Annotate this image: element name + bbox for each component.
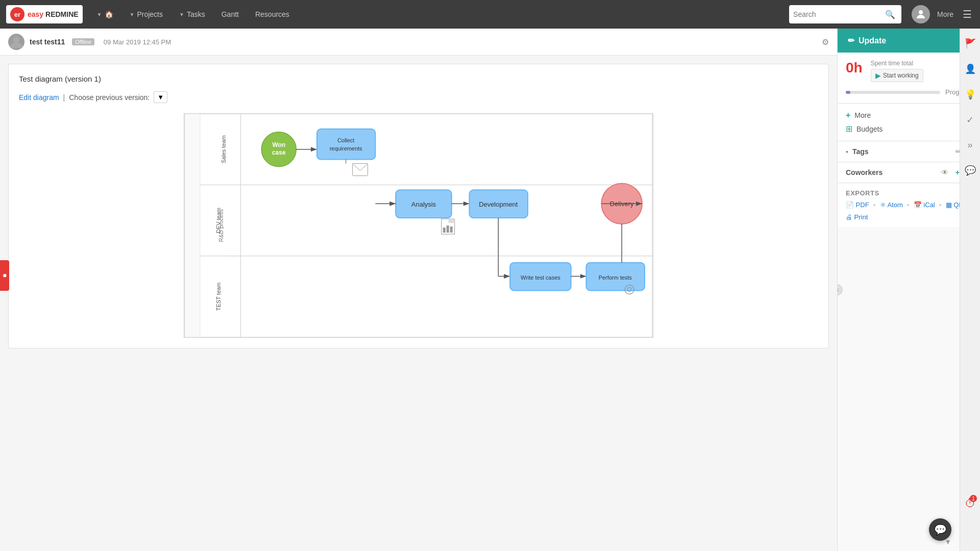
svg-rect-27 [450,227,453,233]
logo-icon: er [10,7,24,21]
edit-diagram-link[interactable]: Edit diagram [19,93,59,102]
spent-time-label: Spent time total [871,60,923,67]
coworkers-add-icon[interactable]: + [955,168,960,177]
svg-text:case: case [272,149,286,156]
far-right-panel: 🚩 👤 💡 ✓ » 💬 [960,29,980,551]
search-icon[interactable]: 🔍 [885,10,895,19]
budgets-label: Budgets [856,125,883,133]
diagram-container: Test diagram (version 1) Edit diagram | … [8,64,829,348]
export-pdf-link[interactable]: 📄 PDF [846,201,869,209]
export-print-link[interactable]: 🖨 Print [846,213,868,221]
bpmn-diagram-canvas: R&D process Sales team DEV team TEST tea… [184,113,653,338]
separator: | [63,93,65,102]
nav-projects[interactable]: ▼ Projects [124,6,169,22]
top-navigation: er easy REDMINE ▼ 🏠 ▼ Projects ▼ Tasks G… [0,0,980,29]
tags-section: ▪ Tags ✏ ✕ [838,141,980,162]
checkmark-icon[interactable]: ✓ [963,111,977,129]
dropdown-arrow-icon: ▼ [157,93,164,101]
user-avatar[interactable] [912,5,930,23]
user-bar: test test11 Offline 09 Mar 2019 12:45 PM… [0,29,837,56]
svg-rect-26 [447,226,449,233]
home-icon: 🏠 [105,10,113,18]
search-bar: 🔍 [789,5,901,23]
svg-text:DEV team: DEV team [215,208,222,233]
export-ical-link[interactable]: 📅 iCal [914,201,935,209]
version-dropdown[interactable]: ▼ [154,91,167,103]
coworkers-eye-icon[interactable]: 👁 [941,168,948,177]
hamburger-menu-icon[interactable]: ☰ [961,6,974,22]
user-bar-name: test test11 [30,38,65,46]
progress-bar-track [846,91,940,94]
logo-text: easy REDMINE [28,10,79,18]
svg-text:Development: Development [479,201,518,208]
nav-tasks[interactable]: ▼ Tasks [173,6,211,22]
home-arrow-icon: ▼ [97,12,102,17]
timer-icon[interactable]: ⏱ 1 [965,497,976,510]
lightbulb-icon[interactable]: 💡 [962,86,979,103]
svg-rect-2 [185,114,652,337]
svg-rect-6 [185,114,200,337]
diagram-title: Test diagram (version 1) [19,74,818,83]
tags-title: Tags [852,147,869,156]
time-value: 0h [846,60,863,76]
more-budgets-section: + More ⊞ Budgets [838,104,980,141]
svg-text:Perform tests: Perform tests [599,274,632,281]
pencil-icon: ✏ [848,36,854,45]
export-atom-link[interactable]: ⚛ Atom [880,201,903,209]
svg-point-1 [13,37,19,43]
tag-icon: ▪ [846,147,848,156]
svg-text:Sales team: Sales team [220,135,227,163]
nav-gantt[interactable]: Gantt [215,6,245,22]
search-input[interactable] [793,10,885,18]
scroll-down-indicator[interactable]: ▼ [944,538,951,546]
comment-icon[interactable]: 💬 [962,162,979,179]
svg-point-0 [919,10,923,14]
svg-text:Write test cases: Write test cases [521,274,560,281]
more-label: More [854,111,871,119]
user-bar-datetime: 09 Mar 2019 12:45 PM [104,38,171,46]
coworkers-title: Coworkers [846,168,883,177]
svg-rect-15 [317,129,375,160]
start-working-button[interactable]: ▶ Start working [871,69,923,82]
svg-text:Won: Won [272,141,285,148]
nav-resources[interactable]: Resources [249,6,296,22]
time-section: 0h Spent time total ▶ Start working Prog… [838,53,980,104]
app-logo[interactable]: er easy REDMINE [6,5,83,23]
coworkers-section: Coworkers 👁 + ✕ [838,162,980,183]
budgets-row[interactable]: ⊞ Budgets [846,124,972,134]
person-icon[interactable]: 👤 [962,60,979,78]
more-button[interactable]: More [934,6,957,22]
projects-arrow-icon: ▼ [130,12,135,17]
sidebar-collapse-button[interactable]: « [837,284,843,295]
chevrons-icon[interactable]: » [964,137,975,154]
svg-text:TEST team: TEST team [215,283,222,311]
svg-text:requirements: requirements [330,145,362,152]
plus-icon: + [846,111,850,120]
tasks-arrow-icon: ▼ [179,12,184,17]
left-bar-icon: ■ [3,272,6,279]
play-icon: ▶ [875,71,881,80]
nav-home[interactable]: ▼ 🏠 [91,6,119,22]
progress-bar-container: Progress [846,88,972,96]
exports-section: Exports 📄 PDF • ⚛ Atom • 📅 iCal • ▦ QR •… [838,183,980,227]
user-bar-settings-icon[interactable]: ⚙ [822,37,829,47]
flag-icon[interactable]: 🚩 [962,35,979,52]
diagram-controls: Edit diagram | Choose previous version: … [19,91,818,103]
main-content: test test11 Offline 09 Mar 2019 12:45 PM… [0,29,837,551]
progress-bar-fill [846,91,850,94]
right-sidebar: ✏ Update 0h Spent time total ▶ Start wor… [837,29,980,551]
exports-title: Exports [846,189,972,197]
svg-text:Analysis: Analysis [411,201,436,208]
user-bar-avatar [8,34,24,50]
svg-text:Collect: Collect [337,137,354,143]
more-row[interactable]: + More [846,111,972,120]
update-button[interactable]: ✏ Update [838,29,980,53]
start-working-label: Start working [883,72,919,79]
svg-marker-24 [449,219,455,223]
export-links: 📄 PDF • ⚛ Atom • 📅 iCal • ▦ QR • 🖨 Print [846,201,972,221]
user-status-badge: Offline [72,38,94,45]
budgets-icon: ⊞ [846,124,852,134]
left-bar-toggle[interactable]: ■ [0,260,9,291]
svg-rect-25 [443,228,446,233]
choose-version-label: Choose previous version: [69,93,150,102]
